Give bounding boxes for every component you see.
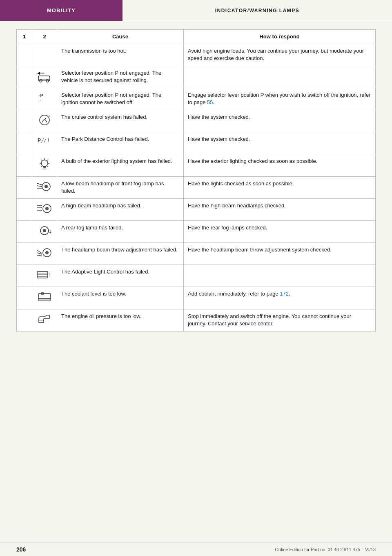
col-header-respond: How to respond	[184, 30, 376, 44]
row-respond: Have the lights checked as soon as possi…	[184, 176, 376, 198]
row-icon	[32, 243, 57, 265]
svg-point-33	[45, 207, 49, 210]
header-title-label: INDICATOR/WARNING LAMPS	[122, 0, 392, 21]
page-link-172[interactable]: 172	[280, 291, 289, 297]
row-col1	[17, 220, 32, 242]
svg-text:P: P	[38, 138, 41, 143]
row-cause: The transmission is too hot.	[57, 44, 184, 66]
table-row: ! The Adaptive Light Control has failed.	[17, 265, 376, 287]
row-icon: !	[32, 110, 57, 132]
svg-text:·: ·	[48, 321, 49, 325]
svg-point-41	[45, 251, 49, 254]
row-col1	[17, 243, 32, 265]
table-row: ‡ A rear fog lamp has failed. Have the r…	[17, 220, 376, 242]
high-beam-icon	[36, 202, 53, 215]
svg-line-39	[37, 255, 42, 256]
row-icon: ·	[32, 309, 57, 331]
row-icon	[32, 154, 57, 176]
row-cause: The Adaptive Light Control has failed.	[57, 265, 184, 287]
row-col1	[17, 265, 32, 287]
indicator-table: 1 2 Cause How to respond The transmissio…	[16, 29, 376, 331]
table-row: P ╱╱ ! The Park Distance Control has fai…	[17, 132, 376, 154]
table-row: ! The cruise control system has failed. …	[17, 110, 376, 132]
row-icon: ‡	[32, 220, 57, 242]
table-row: A bulb of the exterior lighting system h…	[17, 154, 376, 176]
footer: 206 Online Edition for Part no. 01 40 2 …	[0, 543, 392, 556]
svg-line-19	[47, 166, 48, 167]
adaptive-light-icon: !	[36, 268, 53, 281]
row-icon: ↑P : : :	[32, 88, 57, 110]
row-respond: Have the system checked.	[184, 110, 376, 132]
row-col1	[17, 154, 32, 176]
row-respond	[184, 66, 376, 88]
col-header-2: 2	[32, 30, 57, 44]
col-header-1: 1	[17, 30, 32, 44]
header-mobility-label: MOBILITY	[0, 0, 122, 21]
row-icon	[32, 287, 57, 309]
row-respond: Have the exterior lighting checked as so…	[184, 154, 376, 176]
row-col1	[17, 110, 32, 132]
row-cause: A rear fog lamp has failed.	[57, 220, 184, 242]
row-col1	[17, 88, 32, 110]
row-icon: P ╱╱ !	[32, 132, 57, 154]
row-cause: The engine oil pressure is too low.	[57, 309, 184, 331]
svg-line-24	[37, 183, 42, 185]
row-col1	[17, 198, 32, 220]
svg-point-35	[43, 229, 46, 232]
row-icon: !	[32, 265, 57, 287]
row-cause: A bulb of the exterior lighting system h…	[57, 154, 184, 176]
svg-point-28	[45, 185, 48, 188]
row-col1	[17, 132, 32, 154]
header: MOBILITY INDICATOR/WARNING LAMPS	[0, 0, 392, 21]
row-cause: A high-beam headlamp has failed.	[57, 198, 184, 220]
rear-fog-icon: ‡	[36, 224, 53, 237]
row-respond	[184, 265, 376, 287]
svg-point-13	[41, 160, 48, 167]
row-respond: Engage selector lever position P when yo…	[184, 88, 376, 110]
row-col1	[17, 176, 32, 198]
svg-line-20	[47, 160, 48, 160]
row-icon	[32, 44, 57, 66]
table-row: ◀━━ Selector lever position P not engage…	[17, 66, 376, 88]
svg-text:: : :: : : :	[38, 99, 42, 103]
svg-line-25	[37, 186, 42, 187]
oil-pressure-icon: ·	[36, 313, 53, 326]
table-row: A low-beam headlamp or front fog lamp ha…	[17, 176, 376, 198]
row-respond: Have the high-beam headlamps checked.	[184, 198, 376, 220]
row-respond: Add coolant immediately, refer to page 1…	[184, 287, 376, 309]
svg-text:!: !	[49, 272, 50, 277]
row-respond: Stop immediately and switch off the engi…	[184, 309, 376, 331]
cruise-control-icon: !	[36, 113, 53, 127]
svg-line-18	[41, 160, 42, 160]
headlamp-adj-icon	[36, 246, 53, 259]
table-row: ↑P : : : Selector lever position P not e…	[17, 88, 376, 110]
svg-text:!: !	[48, 137, 49, 143]
row-respond: Have the system checked.	[184, 132, 376, 154]
gear-p-car-icon: ◀━━	[36, 69, 53, 82]
row-cause: The Park Distance Control has failed.	[57, 132, 184, 154]
svg-rect-49	[38, 298, 51, 301]
main-content: 1 2 Cause How to respond The transmissio…	[0, 21, 392, 543]
footer-copyright: Online Edition for Part no. 01 40 2 911 …	[275, 547, 376, 552]
coolant-icon	[36, 290, 53, 303]
row-respond: Avoid high engine loads. You can continu…	[184, 44, 376, 66]
row-col1	[17, 44, 32, 66]
row-cause: The coolant level is too low.	[57, 287, 184, 309]
page-link-55[interactable]: 55	[207, 99, 213, 105]
svg-text:↑P: ↑P	[38, 93, 43, 98]
table-row: · The engine oil pressure is too low. St…	[17, 309, 376, 331]
low-beam-icon	[36, 180, 53, 193]
park-distance-icon: P ╱╱ !	[36, 136, 53, 149]
page-container: MOBILITY INDICATOR/WARNING LAMPS 1 2 Cau…	[0, 0, 392, 556]
row-cause: The cruise control system has failed.	[57, 110, 184, 132]
svg-line-21	[41, 166, 42, 167]
table-row: A high-beam headlamp has failed. Have th…	[17, 198, 376, 220]
table-row: The headlamp beam throw adjustment has f…	[17, 243, 376, 265]
svg-text:‡: ‡	[49, 229, 51, 234]
svg-text:!: !	[49, 114, 50, 119]
bulb-exterior-icon	[36, 158, 53, 171]
row-cause: A low-beam headlamp or front fog lamp ha…	[57, 176, 184, 198]
svg-rect-4	[38, 76, 50, 79]
row-respond: Have the headlamp beam throw adjustment …	[184, 243, 376, 265]
row-cause: Selector lever position P not engaged. T…	[57, 66, 184, 88]
